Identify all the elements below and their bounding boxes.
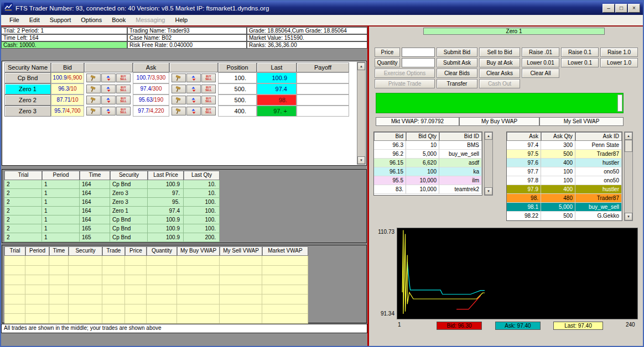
bid-buysell-button[interactable]: BUYSELL: [116, 96, 131, 104]
raise-10-button[interactable]: Raise 1.0: [600, 48, 638, 57]
my-trades-table: TrialPeriodTimeSecurityTradePriceQuantit…: [4, 246, 308, 324]
ask-buysell-button[interactable]: BUYSELL: [201, 73, 216, 82]
bid-quote-cell[interactable]: 95.7/4,700: [51, 106, 84, 117]
ask-book-row[interactable]: 97.9400hustler: [507, 185, 622, 194]
my-trades-panel: TrialPeriodTimeSecurityTradePriceQuantit…: [2, 245, 367, 323]
bid-arrows-button[interactable]: [101, 73, 116, 82]
my-buy-vwap-label: My Buy VWAP: [459, 117, 539, 126]
ask-book-row[interactable]: 97.7100ono50: [507, 167, 622, 176]
scroll-thumb[interactable]: [625, 140, 632, 152]
ask-hammer-button[interactable]: [172, 107, 186, 115]
ask-book-row[interactable]: 97.6400hustler: [507, 159, 622, 167]
ask-arrows-button[interactable]: [186, 96, 201, 104]
ask-hammer-button[interactable]: [172, 85, 186, 93]
clear-bids-button[interactable]: Clear Bids: [437, 69, 477, 78]
security-name-cell[interactable]: Zero 2: [4, 94, 51, 106]
submit-ask-button[interactable]: Submit Ask: [437, 58, 477, 67]
quantity-input[interactable]: [402, 58, 435, 67]
my-trades-header-trial: Trial: [4, 246, 25, 256]
lower-10-button[interactable]: Lower 1.0: [600, 58, 638, 67]
bid-quote-cell[interactable]: 96.3/10: [51, 83, 84, 94]
ask-hammer-button[interactable]: [172, 96, 186, 104]
ask-book-row[interactable]: 98.22500G.Gekko: [507, 212, 622, 220]
bid-mini-buttons: BUYSELL: [84, 72, 133, 83]
raise-001-button[interactable]: Raise .01: [522, 48, 559, 57]
bid-arrows-button[interactable]: [101, 85, 116, 93]
ask-arrows-button[interactable]: [186, 73, 201, 82]
securities-header-payoff: Payoff: [297, 62, 349, 72]
bid-quote-cell[interactable]: 100.9/6,900: [51, 72, 84, 83]
ask-quote-cell[interactable]: 97.4/300: [133, 83, 169, 94]
security-name-cell[interactable]: Zero 1: [4, 83, 51, 94]
scroll-down-icon[interactable]: ▼: [485, 187, 492, 195]
clear-all-button[interactable]: Clear All: [522, 69, 559, 78]
bid-hammer-button[interactable]: [86, 96, 101, 104]
bid-hammer-button[interactable]: [86, 85, 101, 93]
clear-asks-button[interactable]: Clear Asks: [479, 69, 520, 78]
bid-hammer-button[interactable]: [86, 73, 101, 82]
bid-buysell-button[interactable]: BUYSELL: [116, 85, 131, 93]
submit-bid-button[interactable]: Submit Bid: [437, 48, 477, 57]
menu-item-help[interactable]: Help: [170, 15, 193, 25]
scroll-down-icon[interactable]: ▼: [625, 213, 632, 220]
ask-book-row[interactable]: 98.480Trader87: [507, 194, 622, 203]
ask-buysell-button[interactable]: BUYSELL: [201, 85, 216, 93]
close-button[interactable]: ×: [628, 4, 640, 13]
ask-book-row[interactable]: 98.15,000buy_we_sell: [507, 203, 622, 212]
scroll-up-icon[interactable]: ▲: [357, 62, 365, 70]
ask-quote-cell[interactable]: 100.7/3,930: [133, 72, 169, 83]
my-trade-empty-row: [4, 266, 308, 276]
ask-book-scrollbar[interactable]: ▲ ▼: [624, 132, 633, 221]
bid-book-row[interactable]: 96.310BMS: [374, 141, 482, 150]
securities-scrollbar[interactable]: ▲ ▼: [357, 62, 366, 165]
securities-table-header: Security NameBidAskPositionLastPayoff: [4, 62, 349, 72]
bid-book-row[interactable]: 95.510,000ilm: [374, 176, 482, 185]
ask-buysell-button[interactable]: BUYSELL: [201, 107, 216, 115]
menu-item-messaging[interactable]: Messaging: [131, 15, 170, 25]
menu-item-options[interactable]: Options: [76, 15, 107, 25]
bid-arrows-button[interactable]: [101, 96, 116, 104]
ask-book-row[interactable]: 97.8100ono50: [507, 176, 622, 185]
lower-001-button[interactable]: Lower 0.01: [522, 58, 559, 67]
last-price-cell: 98.: [257, 94, 297, 106]
minimize-button[interactable]: –: [603, 4, 615, 13]
bid-book-row[interactable]: 96.156,620asdf: [374, 159, 482, 167]
transfer-button[interactable]: Transfer: [437, 79, 477, 88]
maximize-button[interactable]: □: [615, 4, 627, 13]
my-trades-header-time: Time: [49, 246, 69, 256]
scroll-up-icon[interactable]: ▲: [485, 132, 492, 140]
sell-to-bid-button[interactable]: Sell to Bid: [479, 48, 520, 57]
security-name-cell[interactable]: Zero 3: [4, 106, 51, 117]
menu-item-book[interactable]: Book: [107, 15, 131, 25]
bid-buysell-button[interactable]: BUYSELL: [116, 73, 131, 82]
raise-01-button[interactable]: Raise 0.1: [561, 48, 599, 57]
price-input[interactable]: [402, 48, 435, 57]
ask-quote-cell[interactable]: 97.7/4,220: [133, 106, 169, 117]
scroll-up-icon[interactable]: ▲: [625, 132, 632, 140]
bid-book-row[interactable]: 83.10,000teamtrek2: [374, 185, 482, 194]
bid-quote-cell[interactable]: 87.71/10: [51, 94, 84, 106]
ask-quote-cell[interactable]: 95.63/190: [133, 94, 169, 106]
bid-book-scrollbar[interactable]: ▲ ▼: [484, 132, 493, 196]
ask-mini-buttons: BUYSELL: [169, 83, 218, 94]
ask-arrows-button[interactable]: [186, 107, 201, 115]
security-name-cell[interactable]: Cp Bnd: [4, 72, 51, 83]
ask-book-row[interactable]: 97.4300Penn State: [507, 141, 622, 150]
ask-arrows-button[interactable]: [186, 85, 201, 93]
bid-hammer-button[interactable]: [86, 107, 101, 115]
bid-book: BidBid QtyBid ID96.310BMS96.25,000buy_we…: [373, 132, 482, 196]
ask-buysell-button[interactable]: BUYSELL: [201, 96, 216, 104]
menu-item-edit[interactable]: Edit: [24, 15, 45, 25]
bid-book-row[interactable]: 96.25,000buy_we_sell: [374, 150, 482, 159]
scroll-down-icon[interactable]: ▼: [357, 156, 365, 164]
lower-01-button[interactable]: Lower 0.1: [561, 58, 599, 67]
buy-at-ask-button[interactable]: Buy at Ask: [479, 58, 520, 67]
menu-item-file[interactable]: File: [4, 15, 24, 25]
bid-book-row[interactable]: 96.15100ka: [374, 167, 482, 176]
ask-book-row[interactable]: 97.5500Trader87: [507, 150, 622, 159]
bid-arrows-button[interactable]: [101, 107, 116, 115]
bid-buysell-button[interactable]: BUYSELL: [116, 107, 131, 115]
ask-hammer-button[interactable]: [172, 73, 186, 82]
menu-item-support[interactable]: Support: [45, 15, 76, 25]
info-grid: Trial: 2 Period: 1Trading Name: Trader93…: [1, 27, 367, 49]
